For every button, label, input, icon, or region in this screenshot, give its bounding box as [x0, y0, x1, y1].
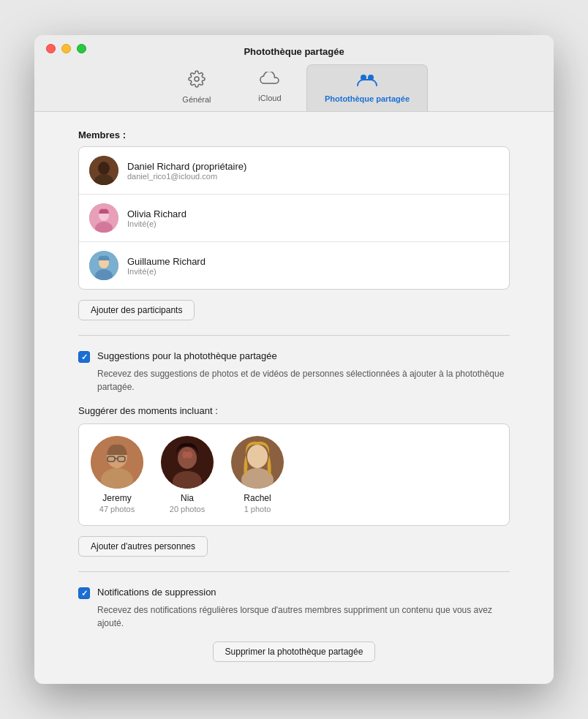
- gear-icon: [188, 70, 206, 92]
- icloud-icon: [260, 70, 280, 91]
- member-info-daniel: Daniel Richard (propriétaire) daniel_ric…: [127, 161, 246, 181]
- suggestions-checkbox-row: Suggestions pour la photothèque partagée: [78, 350, 510, 363]
- member-name: Guillaume Richard: [127, 256, 206, 267]
- divider-2: [78, 571, 510, 572]
- person-item-rachel: Rachel 1 photo: [231, 436, 284, 513]
- tab-general[interactable]: Général: [160, 64, 233, 111]
- svg-point-22: [186, 451, 192, 459]
- add-participants-button[interactable]: Ajouter des participants: [78, 300, 195, 320]
- person-name-rachel: Rachel: [244, 493, 271, 503]
- add-persons-button[interactable]: Ajouter d'autres personnes: [78, 536, 208, 557]
- tab-icloud-label: iCloud: [258, 94, 281, 102]
- member-row: Guillaume Richard Invité(e): [79, 242, 509, 289]
- person-count-jeremy: 47 photos: [99, 505, 135, 513]
- person-item-nia: Nia 20 photos: [161, 436, 214, 513]
- member-detail: Invité(e): [127, 267, 206, 276]
- avatar-daniel: [89, 156, 118, 185]
- notifications-checkbox-description: Recevez des notifications régulières lor…: [97, 603, 510, 630]
- member-info-olivia: Olivia Richard Invité(e): [127, 208, 186, 228]
- titlebar: Photothèque partagée Général: [34, 35, 554, 112]
- tab-shared-library[interactable]: Photothèque partagée: [306, 64, 428, 111]
- member-detail: Invité(e): [127, 219, 186, 228]
- avatar-olivia: [89, 203, 118, 233]
- persons-box: Jeremy 47 photos Ni: [78, 424, 510, 526]
- person-item-jeremy: Jeremy 47 photos: [91, 436, 143, 513]
- tab-bar: Général iCloud: [46, 64, 542, 111]
- person-name-jeremy: Jeremy: [102, 493, 131, 503]
- delete-library-button[interactable]: Supprimer la photothèque partagée: [213, 641, 376, 662]
- members-box: Daniel Richard (propriétaire) daniel_ric…: [78, 146, 510, 290]
- suggestions-checkbox-title: Suggestions pour la photothèque partagée: [97, 350, 277, 361]
- notifications-checkbox[interactable]: [78, 587, 90, 599]
- person-photo-jeremy: [91, 436, 143, 489]
- person-photo-nia: [161, 436, 214, 489]
- notifications-checkbox-row: Notifications de suppression: [78, 587, 510, 599]
- svg-point-4: [98, 162, 110, 175]
- suggest-moments-label: Suggérer des moments incluant :: [78, 405, 510, 416]
- divider-1: [78, 335, 510, 336]
- tab-general-label: Général: [182, 95, 211, 104]
- member-row: Olivia Richard Invité(e): [79, 195, 509, 242]
- member-name: Daniel Richard (propriétaire): [127, 161, 246, 172]
- member-name: Olivia Richard: [127, 208, 186, 219]
- notifications-checkbox-title: Notifications de suppression: [97, 587, 216, 598]
- window-title: Photothèque partagée: [46, 46, 542, 57]
- person-count-rachel: 1 photo: [244, 505, 271, 513]
- person-count-nia: 20 photos: [170, 505, 205, 513]
- member-row: Daniel Richard (propriétaire) daniel_ric…: [79, 147, 509, 195]
- main-window: Photothèque partagée Général: [34, 35, 554, 684]
- svg-point-24: [247, 445, 268, 468]
- suggestions-checkbox-description: Recevez des suggestions de photos et de …: [97, 367, 510, 394]
- content-area: Membres : Daniel Richard (propriétaire) …: [34, 112, 554, 684]
- member-info-guillaume: Guillaume Richard Invité(e): [127, 256, 206, 276]
- svg-point-19: [178, 447, 197, 469]
- member-detail: daniel_rico1@icloud.com: [127, 172, 246, 181]
- shared-library-icon: [356, 71, 378, 91]
- avatar-guillaume: [89, 251, 118, 280]
- person-name-nia: Nia: [181, 493, 194, 503]
- tab-shared-label: Photothèque partagée: [325, 94, 410, 103]
- tab-icloud[interactable]: iCloud: [233, 64, 306, 111]
- svg-point-0: [195, 77, 199, 81]
- suggestions-checkbox[interactable]: [78, 351, 90, 363]
- person-photo-rachel: [231, 436, 284, 489]
- members-label: Membres :: [78, 129, 510, 140]
